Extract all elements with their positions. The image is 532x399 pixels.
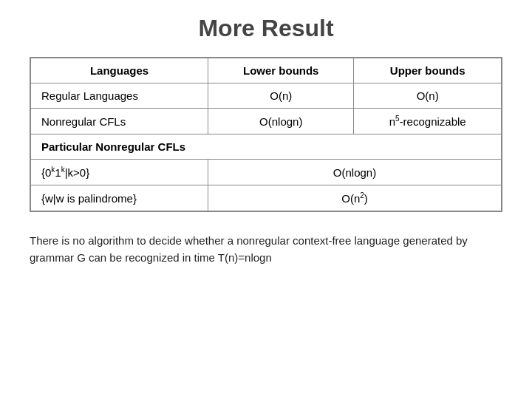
section-label: Particular Nonregular CFLs — [31, 134, 502, 160]
conclusion-paragraph: There is no algorithm to decide whether … — [30, 233, 502, 266]
page-title: More Result — [198, 15, 333, 42]
section-header-row: Particular Nonregular CFLs — [31, 134, 502, 160]
col-header-languages: Languages — [31, 58, 208, 83]
cell-regular-upper: O(n) — [354, 83, 502, 109]
table-row: Nonregular CFLs O(nlogn) n5-recognizable — [31, 109, 502, 134]
cell-palindrome-lang: {w|w is palindrome} — [31, 185, 208, 211]
cell-nonreg-upper: n5-recognizable — [354, 109, 502, 134]
col-header-lower-bounds: Lower bounds — [208, 58, 354, 83]
cell-palindrome-bound: O(n2) — [208, 185, 502, 211]
results-table: Languages Lower bounds Upper bounds Regu… — [30, 57, 502, 212]
col-header-upper-bounds: Upper bounds — [354, 58, 502, 83]
cell-regular-lower: O(n) — [208, 83, 354, 109]
cell-nonreg-lower: O(nlogn) — [208, 109, 354, 134]
table-row: {0k1k|k>0} O(nlogn) — [31, 160, 502, 185]
cell-0k1k-bound: O(nlogn) — [208, 160, 502, 185]
table-row: {w|w is palindrome} O(n2) — [31, 185, 502, 211]
cell-nonreg-lang: Nonregular CFLs — [31, 109, 208, 134]
cell-regular-lang: Regular Languages — [31, 83, 208, 109]
cell-0k1k-lang: {0k1k|k>0} — [31, 160, 208, 185]
table-row: Regular Languages O(n) O(n) — [31, 83, 502, 109]
